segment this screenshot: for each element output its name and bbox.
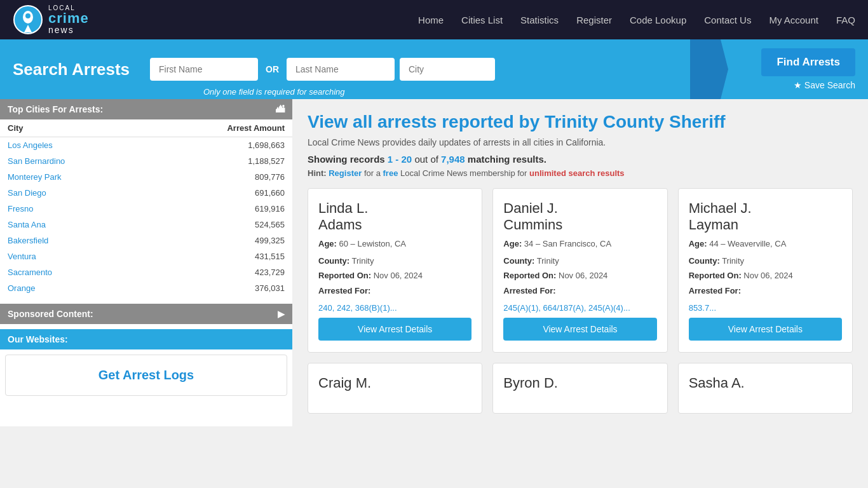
hint-unlimited-text: unlimited search results [529,168,625,178]
or-label: OR [263,64,281,74]
save-search-button[interactable]: ★ Save Search [794,80,855,90]
arrest-card-partial: Byron D. [492,363,667,414]
arrest-name-partial: Byron D. [503,375,656,391]
hint-register-link[interactable]: Register [329,168,362,178]
partial-cards-grid: Craig M.Byron D.Sasha A. [308,363,853,414]
sidebar: Top Cities For Arrests: 🏙 City Arrest Am… [0,99,292,426]
our-websites-label: Our Websites: [8,334,68,344]
nav-contact-us[interactable]: Contact Us [704,15,751,25]
arrest-age: Age: 60 – Lewiston, CA [318,239,471,248]
city-name[interactable]: Fresno [0,201,146,217]
view-arrest-details-button[interactable]: View Arrest Details [689,318,842,341]
city-name[interactable]: Los Angeles [0,137,146,154]
table-row: Los Angeles 1,698,663 [0,137,292,154]
arrest-card-partial: Craig M. [308,363,482,414]
city-count: 1,698,663 [146,137,292,154]
nav-my-account[interactable]: My Account [769,15,818,25]
get-arrest-logs-title: Get Arrest Logs [18,368,274,383]
nav-cities-list[interactable]: Cities List [461,15,503,25]
city-name[interactable]: San Bernardino [0,153,146,169]
results-range: 1 - 20 [388,154,412,165]
city-name[interactable]: Sacramento [0,264,146,280]
cities-table: City Arrest Amount Los Angeles 1,698,663… [0,119,292,296]
hint-line: Hint: Register for a free Local Crime Ne… [308,168,853,178]
city-name[interactable]: Monterey Park [0,169,146,185]
table-row: Orange 376,031 [0,280,292,296]
arrest-details: County: Trinity Reported On: Nov 06, 202… [318,254,471,298]
city-name[interactable]: San Diego [0,185,146,201]
page-subtitle: Local Crime News provides daily updates … [308,137,853,147]
matching-label: matching results. [468,154,546,165]
search-bar: Search Arrests OR Find Arrests ★ Save Se… [0,39,868,99]
arrest-age: Age: 34 – San Francisco, CA [503,239,656,248]
city-name[interactable]: Bakersfield [0,233,146,248]
logo[interactable]: LOCAL crime news [13,4,89,35]
page-title: View all arrests reported by Trinity Cou… [308,112,853,132]
cities-icon: 🏙 [276,104,285,114]
table-row: San Diego 691,660 [0,185,292,201]
search-inputs-group: OR [150,58,751,81]
view-arrest-details-button[interactable]: View Arrest Details [318,318,471,341]
arrest-card-partial: Sasha A. [678,363,853,414]
our-websites-header: Our Websites: [0,329,292,349]
arrest-charges: 853.7... [689,303,842,313]
arrest-details: County: Trinity Reported On: Nov 06, 202… [503,254,656,298]
city-count: 619,916 [146,201,292,217]
sponsored-content-header: Sponsored Content: ▶ [0,304,292,324]
play-icon: ▶ [278,309,285,319]
arrest-name: Michael J.Layman [689,200,842,234]
city-count: 809,776 [146,169,292,185]
arrest-details: County: Trinity Reported On: Nov 06, 202… [689,254,842,298]
logo-news-text: news [48,25,89,34]
nav-code-lookup[interactable]: Code Lookup [630,15,686,25]
view-arrest-details-button[interactable]: View Arrest Details [503,318,656,341]
city-count: 524,565 [146,217,292,233]
arrow-decoration [690,39,728,99]
top-navigation: LOCAL crime news Home Cities List Statis… [0,0,868,39]
last-name-input[interactable] [287,58,395,81]
arrest-charges: 245(A)(1), 664/187(A), 245(A)(4)... [503,303,656,313]
city-count: 1,188,527 [146,153,292,169]
table-row: Bakersfield 499,325 [0,233,292,248]
arrest-charges: 240, 242, 368(B)(1)... [318,303,471,313]
hint-free-text: free [383,168,398,178]
save-search-label: Save Search [804,80,855,90]
showing-label: Showing records [308,154,385,165]
table-row: San Bernardino 1,188,527 [0,153,292,169]
hint-for-text: for a [364,168,381,178]
arrest-age: Age: 44 – Weaverville, CA [689,239,842,248]
get-arrest-logs-box: Get Arrest Logs [5,355,287,396]
city-input[interactable] [400,58,495,81]
nav-home[interactable]: Home [418,15,444,25]
find-arrests-button[interactable]: Find Arrests [761,48,855,76]
star-icon: ★ [794,80,802,90]
arrest-name-partial: Craig M. [318,375,471,391]
logo-icon [13,4,43,35]
top-cities-header: Top Cities For Arrests: 🏙 [0,99,292,119]
sponsored-label: Sponsored Content: [8,309,93,319]
nav-register[interactable]: Register [576,15,612,25]
city-name[interactable]: Ventura [0,248,146,264]
arrest-card: Linda L.Adams Age: 60 – Lewiston, CA Cou… [308,188,482,353]
arrest-name: Linda L.Adams [318,200,471,234]
city-name[interactable]: Santa Ana [0,217,146,233]
city-count: 691,660 [146,185,292,201]
table-row: Santa Ana 524,565 [0,217,292,233]
top-cities-label: Top Cities For Arrests: [8,104,103,114]
main-layout: Top Cities For Arrests: 🏙 City Arrest Am… [0,99,868,426]
nav-faq[interactable]: FAQ [836,15,855,25]
table-row: Sacramento 423,729 [0,264,292,280]
hint-prefix: Hint: [308,168,327,178]
svg-point-3 [25,13,31,18]
first-name-input[interactable] [150,58,258,81]
out-of-label: out of [414,154,438,165]
search-title: Search Arrests [13,60,140,79]
city-count: 499,325 [146,233,292,248]
nav-statistics[interactable]: Statistics [520,15,559,25]
results-total: 7,948 [441,154,465,165]
city-count: 376,031 [146,280,292,296]
arrest-name: Daniel J.Cummins [503,200,656,234]
city-name[interactable]: Orange [0,280,146,296]
city-count: 423,729 [146,264,292,280]
arrest-card: Daniel J.Cummins Age: 34 – San Francisco… [492,188,667,353]
